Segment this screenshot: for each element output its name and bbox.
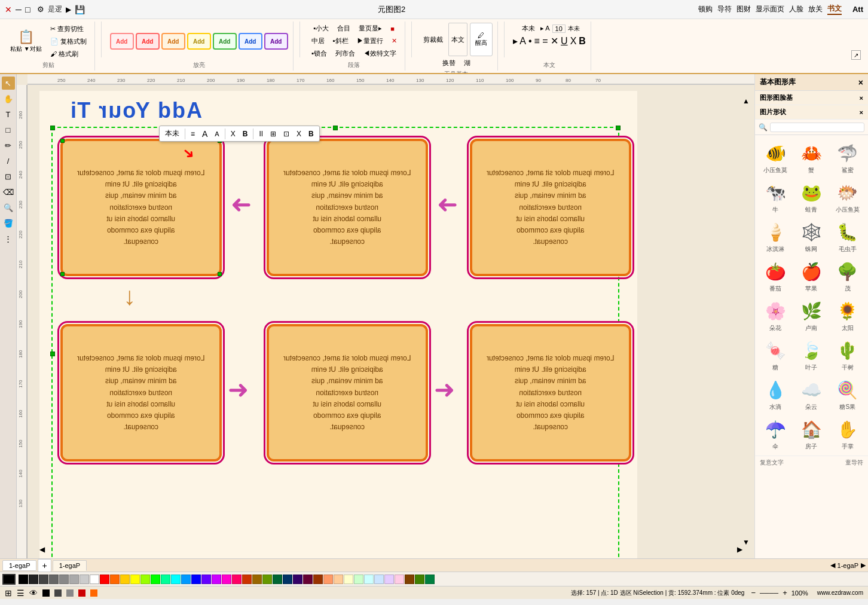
style-btn-4[interactable]: Add [187,33,211,50]
sticker-flower[interactable]: 🌸 朵花 [759,297,792,334]
handle-tc[interactable] [333,126,338,130]
style-btn-6[interactable]: Add [239,33,262,50]
section2-close[interactable]: × [860,109,863,116]
swatch-green1[interactable] [262,575,272,584]
swatch-salmon[interactable] [323,575,333,584]
x-btn[interactable]: ✕ [389,36,400,46]
style-btn-1[interactable]: Add [110,33,134,50]
scroll-down[interactable]: ▼ [742,538,750,546]
maximize-icon[interactable]: □ [25,5,30,14]
swatch-black[interactable] [19,575,28,584]
sticker-tree[interactable]: 🌳 茂 [831,257,864,294]
handle-ml[interactable] [50,352,55,356]
zoom-out-btn[interactable]: − [749,588,757,597]
swatch-teal[interactable] [425,575,435,584]
text-btn[interactable]: 本文 [448,23,467,56]
swatch-cyan[interactable] [171,575,181,584]
swatch-cream[interactable] [344,575,353,584]
sticker-lollipop[interactable]: 🍭 糖S果 [831,375,864,412]
card-2[interactable]: Lorem ipsum dolor sit amet, consectetura… [267,139,428,276]
swatch-pink[interactable] [395,575,404,584]
sticker-shark[interactable]: 🦈 鲨蜜 [831,139,864,176]
fill-tool[interactable]: 🪣 [2,216,15,230]
select-tool[interactable]: ↖ [2,77,15,90]
underline-btn[interactable]: U [561,36,568,47]
section1-header[interactable]: 图形图脸基 × [755,91,868,105]
minimize-icon[interactable]: ─ [16,5,22,14]
sticker-frog[interactable]: 🐸 蛙青 [794,178,828,215]
add-page-btn[interactable]: + [38,559,51,572]
spacing-btn[interactable]: 量页显▸ [356,23,385,34]
sticker-icecream[interactable]: 🍦 冰淇淋 [759,218,792,255]
swatch-darkgray2[interactable] [39,575,48,584]
sticker-hand[interactable]: ✋ 手掌 [831,415,864,452]
grid-icon[interactable]: ⊞ [5,588,12,598]
swatch-yellow2[interactable] [130,575,140,584]
panel-close-btn[interactable]: × [858,78,863,87]
row-spacing-btn[interactable]: ▶量置行 [354,35,386,47]
card-1[interactable]: Lorem ipsum dolor sit amet, consectetura… [60,139,222,276]
scroll-left[interactable]: ◀ [39,545,45,554]
swatch-lightgray[interactable] [69,575,79,584]
font-name-btn[interactable]: 本未 [519,23,538,34]
card-5[interactable]: Lorem ipsum dolor sit amet, consectetura… [267,324,428,462]
sticker-cow[interactable]: 🐄 牛 [759,178,792,215]
sticker-drop[interactable]: 💧 水滴 [759,375,792,412]
swatch-crimson[interactable] [303,575,313,584]
card1-handle-br[interactable] [218,272,222,276]
swatch-red[interactable] [100,575,109,584]
swatch-peach[interactable] [334,575,343,584]
save-icon[interactable]: 💾 [75,5,85,14]
page-next-btn[interactable]: ▶ [861,561,866,569]
page-tab-current[interactable]: 1-egaP [53,560,87,571]
forward-btn[interactable]: ▶ [66,5,71,14]
middle-btn[interactable]: 中居 [308,35,328,47]
swatch-lightcyan[interactable] [364,575,374,584]
card1-handle-bl[interactable] [60,272,65,276]
sticker-sun[interactable]: 🌻 太阳 [831,297,864,334]
crop-tool[interactable]: ⊡ [2,170,15,183]
swatch-olive[interactable] [252,575,262,584]
wrap-btn[interactable]: 换替 [439,57,459,69]
page-prev-btn[interactable]: ◀ [830,561,835,569]
text-tool[interactable]: T [2,108,15,121]
canvas-content[interactable]: 本未 ≡ A A X B II ⊞ ⊡ X B ➜ Add Your Ti [27,85,754,558]
line-tool[interactable]: / [2,154,15,167]
style-btn-2[interactable]: Add [136,33,160,50]
swatch-magenta[interactable] [222,575,231,584]
sticker-tomato[interactable]: 🍅 番茄 [759,257,792,294]
diagram-title[interactable]: Add Your Ti [69,98,202,123]
card-6[interactable]: Lorem ipsum dolor sit amet, consectetura… [470,324,631,462]
handle-tl[interactable] [50,126,55,130]
zoom-in-btn[interactable]: + [781,588,789,597]
swatch-indigo[interactable] [201,575,211,584]
style-btn-3[interactable]: Add [161,33,185,50]
sticker-web[interactable]: 🕸️ 蛛网 [794,218,828,255]
mt-bold2[interactable]: B [305,129,317,139]
mt-font-name[interactable]: 本未 [162,127,182,140]
swatch-mint[interactable] [161,575,170,584]
card-4[interactable]: Lorem ipsum dolor sit amet, consectetura… [60,324,222,462]
swatch-white[interactable] [90,575,99,584]
pen-tool[interactable]: ✏ [2,139,15,152]
mt-bold[interactable]: B [240,129,251,139]
mt-grid[interactable]: ⊞ [267,129,279,139]
sticker-gourd[interactable]: 🌿 卢南 [794,297,828,334]
list-btn[interactable]: 列市合 [332,48,358,59]
mt-font-a2[interactable]: A [212,129,222,139]
swatch-lavender[interactable] [384,575,394,584]
format-button[interactable]: 🖌 格式刷 [47,48,90,60]
swatch-brown1[interactable] [242,575,252,584]
page-tab-prev[interactable]: 1-egaP [2,560,36,571]
swatch-darkorange[interactable] [405,575,414,584]
mt-columns[interactable]: II [256,129,266,139]
sticker-cactus[interactable]: 🌵 干树 [831,336,864,373]
swatch-blue[interactable] [191,575,201,584]
swatch-lime1[interactable] [140,575,150,584]
section2-header[interactable]: 图片形状 × [755,105,868,119]
view-icon[interactable]: 👁 [29,588,38,598]
mt-text-icon[interactable]: ≡ [188,129,198,139]
sticker-umbrella[interactable]: ☂️ 伞 [759,415,792,452]
sticker-cloud[interactable]: ☁️ 朵云 [794,375,828,412]
align-btn[interactable]: 合目 [334,23,353,34]
